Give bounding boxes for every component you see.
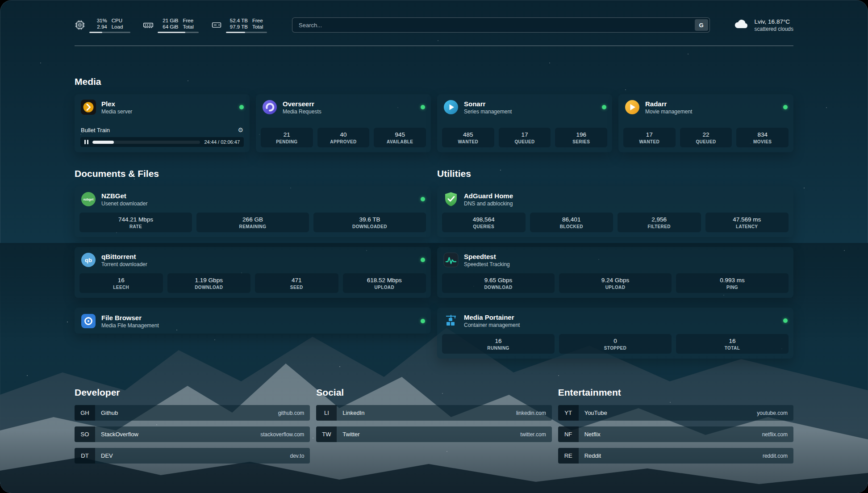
stat-value: 0 <box>561 338 670 344</box>
pause-icon[interactable] <box>84 140 88 144</box>
service-card-plex[interactable]: Plex Media server Bullet Train ⚙ <box>75 94 250 152</box>
stat-label: REMAINING <box>198 224 307 229</box>
speedtest-icon <box>443 252 459 268</box>
disk-progress-bar <box>226 32 267 33</box>
cpu-load-value: 2.94 <box>89 24 107 30</box>
service-name: Plex <box>101 100 132 108</box>
bookmark-abbr: SO <box>75 426 95 442</box>
stat-wanted: 17 WANTED <box>623 128 676 147</box>
bookmark-url: linkedin.com <box>516 410 546 416</box>
stat-available: 945 AVAILABLE <box>374 128 426 147</box>
status-online-dot <box>421 319 425 323</box>
stat-label: LEECH <box>81 285 161 290</box>
stat-value: 266 GB <box>198 216 307 223</box>
qbittorrent-icon: qb <box>80 252 96 268</box>
service-card-filebrowser[interactable]: File Browser Media File Management <box>75 308 431 334</box>
service-card-speedtest[interactable]: Speedtest Speedtest Tracking 9.65 Gbps D… <box>437 247 793 298</box>
snow-particles <box>0 0 1 1</box>
playback-track[interactable] <box>92 141 200 144</box>
adguard-icon <box>443 191 459 207</box>
bookmark-group-entertainment: Entertainment YT YouTube youtube.com NF … <box>558 387 793 469</box>
stat-value: 40 <box>319 131 368 138</box>
disk-total-value: 97.9 TB <box>226 24 248 30</box>
stat-queries: 498,564 QUERIES <box>442 213 526 232</box>
stat-running: 16 RUNNING <box>442 334 555 354</box>
stat-label: FILTERED <box>619 224 699 229</box>
stat-label: QUEUED <box>682 139 730 144</box>
cpu-usage-label: CPU <box>112 17 130 24</box>
cloud-icon <box>733 16 749 34</box>
weather-condition: scattered clouds <box>755 26 793 32</box>
portainer-icon <box>443 313 459 329</box>
cpu-icon <box>75 20 85 30</box>
bookmark-linkedin[interactable]: LI LinkedIn linkedin.com <box>316 405 551 421</box>
search-input[interactable] <box>292 17 710 33</box>
bookmark-twitter[interactable]: TW Twitter twitter.com <box>316 426 551 442</box>
service-card-adguard[interactable]: AdGuard Home DNS and adblocking 498,564 … <box>437 186 793 237</box>
stat-ping: 0.993 ms PING <box>676 273 789 293</box>
service-name: File Browser <box>101 314 159 322</box>
section-title-social: Social <box>316 387 551 398</box>
stat-value: 39.6 TB <box>315 216 424 223</box>
bookmark-github[interactable]: GH Github github.com <box>75 405 310 421</box>
service-card-sonarr[interactable]: Sonarr Series management 485 WANTED 17 Q… <box>437 94 612 152</box>
bookmark-name: Netflix <box>584 431 601 438</box>
stat-value: 1.19 Gbps <box>169 277 249 284</box>
stat-label: DOWNLOAD <box>169 285 249 290</box>
files-group: Documents & Files nzbget <box>75 168 431 334</box>
memory-total-label: Total <box>183 24 199 30</box>
stat-label: RUNNING <box>444 346 553 351</box>
search-provider-button[interactable]: G <box>695 19 708 31</box>
settings-gear-icon[interactable]: ⚙ <box>238 126 243 134</box>
stat-stopped: 0 STOPPED <box>559 334 672 354</box>
bookmark-group-social: Social LI LinkedIn linkedin.com TW Twitt… <box>316 387 551 469</box>
service-card-overseerr[interactable]: Overseerr Media Requests 21 PENDING 40 A… <box>256 94 431 152</box>
stat-value: 0.993 ms <box>678 277 787 284</box>
resource-monitors: 31% CPU 2.94 Load <box>75 17 267 33</box>
stat-wanted: 485 WANTED <box>442 128 494 147</box>
memory-free-value: 21 GiB <box>158 17 178 24</box>
service-card-qbittorrent[interactable]: qb qBittorrent Torrent downloader <box>75 247 431 298</box>
service-name: qBittorrent <box>101 253 147 260</box>
nzbget-icon: nzbget <box>80 191 96 207</box>
status-online-dot <box>421 197 425 201</box>
stat-queued: 17 QUEUED <box>499 128 551 147</box>
memory-free-label: Free <box>183 17 199 24</box>
bookmark-abbr: LI <box>316 405 337 421</box>
cpu-progress-bar <box>89 32 130 33</box>
stat-movies: 834 MOVIES <box>736 128 789 147</box>
stat-rate: 744.21 Mbps RATE <box>79 213 192 232</box>
stat-value: 9.65 Gbps <box>444 277 553 284</box>
bookmark-stackoverflow[interactable]: SO StackOverflow stackoverflow.com <box>75 426 310 442</box>
stat-latency: 47.569 ms LATENCY <box>705 213 789 232</box>
bookmark-youtube[interactable]: YT YouTube youtube.com <box>558 405 793 421</box>
service-desc: Series management <box>464 109 512 115</box>
bookmark-url: netflix.com <box>762 431 788 438</box>
service-card-nzbget[interactable]: nzbget NZBGet Usenet downloader 74 <box>75 186 431 237</box>
service-card-portainer[interactable]: Media Portainer Container management 16 … <box>437 308 793 359</box>
stat-label: DOWNLOADED <box>315 224 424 229</box>
stat-value: 498,564 <box>444 216 524 223</box>
section-title-files: Documents & Files <box>75 168 431 179</box>
bookmark-dev[interactable]: DT DEV dev.to <box>75 448 310 464</box>
section-title-media: Media <box>75 76 793 87</box>
status-online-dot <box>421 105 425 109</box>
playback-time: 24:44 / 02:06:47 <box>204 139 240 145</box>
service-card-radarr[interactable]: Radarr Movie management 17 WANTED 22 QUE… <box>618 94 793 152</box>
stat-label: SEED <box>257 285 337 290</box>
bookmark-name: DEV <box>101 452 113 459</box>
bookmark-reddit[interactable]: RE Reddit reddit.com <box>558 448 793 464</box>
bookmark-netflix[interactable]: NF Netflix netflix.com <box>558 426 793 442</box>
service-desc: Torrent downloader <box>101 261 147 267</box>
bookmark-name: LinkedIn <box>342 409 364 416</box>
section-title-developer: Developer <box>75 387 310 398</box>
playback-progress-fill <box>92 141 114 144</box>
stat-label: MOVIES <box>738 139 787 144</box>
disk-monitor: 52.4 TB Free 97.9 TB Total <box>211 17 267 33</box>
weather-widget[interactable]: Lviv, 16.87°C scattered clouds <box>733 16 793 34</box>
svg-text:qb: qb <box>85 257 92 263</box>
utilities-group: Utilities <box>437 168 793 359</box>
bookmark-name: StackOverflow <box>101 431 138 438</box>
stat-queued: 22 QUEUED <box>680 128 732 147</box>
stat-label: QUEUED <box>501 139 549 144</box>
